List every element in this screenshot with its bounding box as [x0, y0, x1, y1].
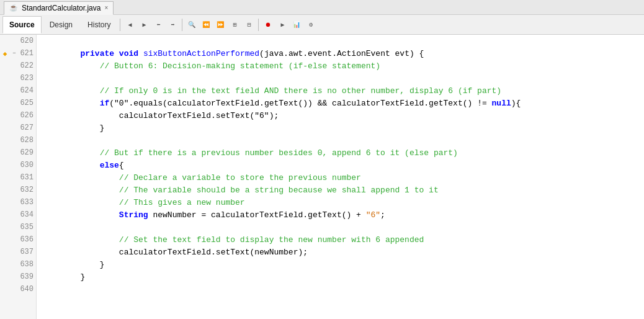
find-next-button[interactable]: ⏩ — [213, 18, 227, 32]
token — [42, 111, 119, 120]
expand-button[interactable]: ⊟ — [242, 18, 256, 32]
token: ; — [380, 210, 385, 220]
token — [42, 148, 100, 158]
code-line: // Set the text field to display the new… — [42, 233, 644, 246]
token: String — [119, 210, 148, 220]
token: calculatorTextField.setText("6"); — [119, 111, 279, 120]
fold-toggle-icon[interactable]: − — [10, 50, 19, 56]
gutter-row: 639 — [0, 271, 36, 283]
forward-button[interactable]: ▶ — [137, 18, 151, 32]
find-prev-button[interactable]: ⏪ — [199, 18, 213, 32]
token: if — [100, 99, 110, 108]
line-number: 620 — [19, 37, 36, 45]
code-line: // But if there is a previous number bes… — [42, 146, 644, 159]
java-file-icon: ☕ — [9, 4, 18, 12]
code-line: } — [42, 271, 644, 283]
token — [42, 99, 100, 108]
token: newNumber = calculatorTextField.getText(… — [148, 210, 366, 220]
token — [42, 210, 119, 220]
debug-button[interactable]: ▶ — [275, 18, 289, 32]
history-forward-button[interactable]: ➡ — [166, 18, 179, 32]
token: private — [80, 49, 114, 58]
gutter-row: 631 — [0, 171, 36, 184]
test-button[interactable]: ⚙ — [304, 18, 318, 32]
token: // Set the text field to display the new… — [119, 235, 424, 245]
code-content[interactable]: private void sixButtonActionPerformed(ja… — [37, 35, 644, 319]
gutter-row: 635 — [0, 221, 36, 233]
code-line: // Button 6: Decision-making statement (… — [42, 60, 644, 72]
token: calculatorTextField.setText(newNumber); — [119, 248, 308, 257]
token: sixButtonActionPerformed — [143, 49, 259, 58]
line-number: 622 — [19, 61, 36, 70]
code-line: calculatorTextField.setText("6"); — [42, 109, 644, 122]
gutter-row: 629 — [0, 146, 36, 159]
search-button[interactable]: 🔍 — [185, 18, 199, 32]
line-number: 630 — [19, 161, 36, 169]
toolbar-sep-2 — [182, 19, 182, 31]
gutter-row: 622 — [0, 60, 36, 72]
token — [42, 248, 119, 257]
gutter-row: 623 — [0, 72, 36, 84]
token: // The variable should be a string becau… — [119, 186, 439, 195]
line-number: 632 — [19, 186, 36, 194]
tab-filename: StandardCalculator.java — [22, 4, 101, 12]
token: ){ — [511, 99, 521, 108]
token — [42, 49, 80, 58]
gutter-row: 636 — [0, 233, 36, 246]
gutter-row: 620 — [0, 35, 36, 47]
line-number: 635 — [19, 223, 36, 231]
line-number: 623 — [19, 74, 36, 83]
run-button[interactable]: ⏺ — [261, 18, 275, 32]
gutter-row: 638 — [0, 258, 36, 271]
gutter-row: 628 — [0, 134, 36, 146]
code-line — [42, 221, 644, 233]
token — [42, 161, 100, 170]
toolbar-group-debug: ⏺ ▶ 📊 ⚙ — [261, 18, 318, 32]
profile-button[interactable]: 📊 — [290, 18, 303, 32]
gutter-row: 626 — [0, 109, 36, 122]
line-number: 621 — [19, 49, 36, 58]
gutter-row: 632 — [0, 184, 36, 196]
tab-close-button[interactable]: × — [104, 4, 108, 11]
code-line: // If only 0 is in the text field AND th… — [42, 84, 644, 97]
line-number: 638 — [19, 260, 36, 269]
token: // But if there is a previous number bes… — [100, 148, 458, 158]
token — [42, 235, 119, 245]
line-number: 634 — [19, 210, 36, 219]
tab-design[interactable]: Design — [43, 16, 79, 34]
toggle-button[interactable]: ⊞ — [228, 18, 241, 32]
line-number: 639 — [19, 272, 36, 281]
token — [42, 186, 119, 195]
token — [42, 173, 119, 182]
line-number: 628 — [19, 136, 36, 145]
toolbar-group-nav: ◀ ▶ ⬅ ➡ — [123, 18, 179, 32]
token: // Declare a variable to store the previ… — [119, 173, 361, 182]
code-line: if("0".equals(calculatorTextField.getTex… — [42, 97, 644, 109]
toolbar-sep-1 — [120, 19, 120, 31]
toolbar-sep-3 — [258, 19, 259, 31]
token — [138, 49, 143, 58]
gutter-row: 630 — [0, 159, 36, 171]
toolbar-group-search: 🔍 ⏪ ⏩ ⊞ ⊟ — [185, 18, 256, 32]
code-line — [42, 72, 644, 84]
token: "6" — [366, 210, 380, 220]
line-number: 637 — [19, 248, 36, 256]
line-marker-icon: ◆ — [0, 50, 10, 58]
token — [42, 198, 119, 207]
back-button[interactable]: ◀ — [123, 18, 136, 32]
code-line: calculatorTextField.setText(newNumber); — [42, 246, 644, 258]
token: } — [42, 260, 104, 269]
code-line: // The variable should be a string becau… — [42, 184, 644, 196]
file-tab[interactable]: ☕ StandardCalculator.java × — [4, 1, 114, 15]
token — [42, 61, 100, 71]
code-line — [42, 35, 644, 47]
line-number: 636 — [19, 235, 36, 244]
gutter-row: 634 — [0, 209, 36, 221]
gutter-row: 640 — [0, 283, 36, 295]
tab-history[interactable]: History — [81, 16, 117, 34]
history-back-button[interactable]: ⬅ — [151, 18, 165, 32]
tab-source[interactable]: Source — [2, 16, 42, 34]
line-number: 629 — [19, 148, 36, 157]
code-line — [42, 283, 644, 295]
token: } — [42, 124, 104, 133]
